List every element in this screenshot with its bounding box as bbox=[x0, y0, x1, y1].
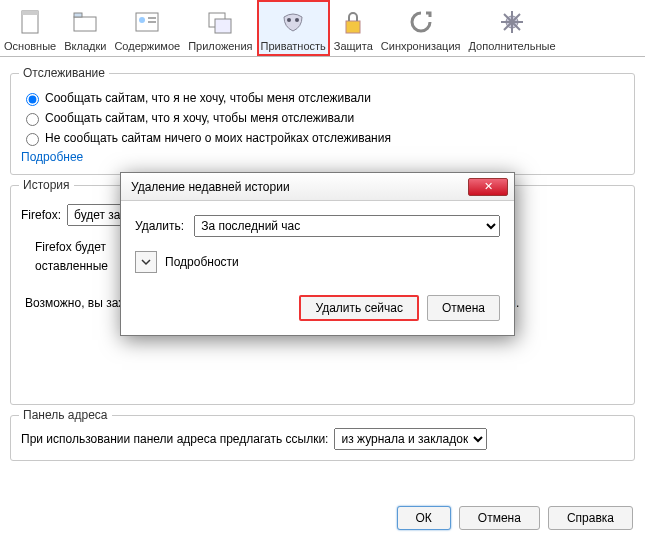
address-panel-group: Панель адреса При использовании панели а… bbox=[10, 415, 635, 461]
tracking-title: Отслеживание bbox=[19, 66, 109, 80]
help-button[interactable]: Справка bbox=[548, 506, 633, 530]
tab-label: Приватность bbox=[261, 40, 326, 52]
dialog-titlebar: Удаление недавней истории ✕ bbox=[121, 173, 514, 201]
privacy-mask-icon bbox=[277, 6, 309, 38]
tab-general[interactable]: Основные bbox=[0, 0, 60, 56]
history-text-3: оставленные bbox=[35, 259, 108, 273]
tracking-group: Отслеживание Сообщать сайтам, что я не х… bbox=[10, 73, 635, 175]
radio-input[interactable] bbox=[26, 93, 39, 106]
tab-label: Приложения bbox=[188, 40, 252, 52]
svg-point-11 bbox=[295, 18, 299, 22]
svg-point-10 bbox=[287, 18, 291, 22]
tab-content[interactable]: Содержимое bbox=[110, 0, 184, 56]
tab-tabs[interactable]: Вкладки bbox=[60, 0, 110, 56]
svg-rect-1 bbox=[22, 11, 38, 15]
svg-point-5 bbox=[139, 17, 145, 23]
tab-label: Защита bbox=[334, 40, 373, 52]
firefox-label: Firefox: bbox=[21, 208, 61, 222]
svg-rect-6 bbox=[148, 17, 156, 19]
radio-label: Сообщать сайтам, что я хочу, чтобы меня … bbox=[45, 111, 354, 125]
gear-icon bbox=[496, 6, 528, 38]
svg-rect-3 bbox=[74, 13, 82, 17]
cancel-button[interactable]: Отмена bbox=[459, 506, 540, 530]
tab-label: Вкладки bbox=[64, 40, 106, 52]
tab-label: Основные bbox=[4, 40, 56, 52]
tab-label: Синхронизация bbox=[381, 40, 461, 52]
time-range-select[interactable]: За последний час bbox=[194, 215, 500, 237]
dialog-title: Удаление недавней истории bbox=[131, 180, 468, 194]
details-toggle[interactable] bbox=[135, 251, 157, 273]
svg-rect-7 bbox=[148, 21, 156, 23]
settings-toolbar: Основные Вкладки Содержимое Приложения П… bbox=[0, 0, 645, 57]
content-icon bbox=[131, 6, 163, 38]
tracking-option-none[interactable]: Не сообщать сайтам ничего о моих настрой… bbox=[21, 130, 624, 146]
svg-rect-12 bbox=[346, 21, 360, 33]
delete-label: Удалить: bbox=[135, 219, 184, 233]
ok-button[interactable]: ОК bbox=[397, 506, 451, 530]
svg-rect-9 bbox=[215, 19, 231, 33]
tab-sync[interactable]: Синхронизация bbox=[377, 0, 465, 56]
sync-icon bbox=[405, 6, 437, 38]
address-suggest-select[interactable]: из журнала и закладок bbox=[334, 428, 487, 450]
tab-advanced[interactable]: Дополнительные bbox=[464, 0, 559, 56]
tab-label: Дополнительные bbox=[468, 40, 555, 52]
tab-applications[interactable]: Приложения bbox=[184, 0, 256, 56]
tracking-option-no-track[interactable]: Сообщать сайтам, что я не хочу, чтобы ме… bbox=[21, 90, 624, 106]
tabs-icon bbox=[69, 6, 101, 38]
tracking-more-link[interactable]: Подробнее bbox=[21, 150, 83, 164]
radio-label: Не сообщать сайтам ничего о моих настрой… bbox=[45, 131, 391, 145]
tracking-option-track[interactable]: Сообщать сайтам, что я хочу, чтобы меня … bbox=[21, 110, 624, 126]
tab-security[interactable]: Защита bbox=[330, 0, 377, 56]
radio-input[interactable] bbox=[26, 133, 39, 146]
close-icon[interactable]: ✕ bbox=[468, 178, 508, 196]
tab-privacy[interactable]: Приватность bbox=[257, 0, 330, 56]
radio-input[interactable] bbox=[26, 113, 39, 126]
clear-history-dialog: Удаление недавней истории ✕ Удалить: За … bbox=[120, 172, 515, 336]
address-title: Панель адреса bbox=[19, 408, 112, 422]
general-icon bbox=[14, 6, 46, 38]
address-label: При использовании панели адреса предлага… bbox=[21, 432, 328, 446]
svg-rect-2 bbox=[74, 17, 96, 31]
lock-icon bbox=[337, 6, 369, 38]
details-label: Подробности bbox=[165, 255, 239, 269]
delete-now-button[interactable]: Удалить сейчас bbox=[299, 295, 418, 321]
tab-label: Содержимое bbox=[114, 40, 180, 52]
history-title: История bbox=[19, 178, 74, 192]
dialog-footer: ОК Отмена Справка bbox=[0, 500, 645, 536]
history-text-1: Firefox будет bbox=[35, 240, 106, 254]
applications-icon bbox=[204, 6, 236, 38]
chevron-down-icon bbox=[141, 257, 151, 267]
radio-label: Сообщать сайтам, что я не хочу, чтобы ме… bbox=[45, 91, 371, 105]
dialog-cancel-button[interactable]: Отмена bbox=[427, 295, 500, 321]
